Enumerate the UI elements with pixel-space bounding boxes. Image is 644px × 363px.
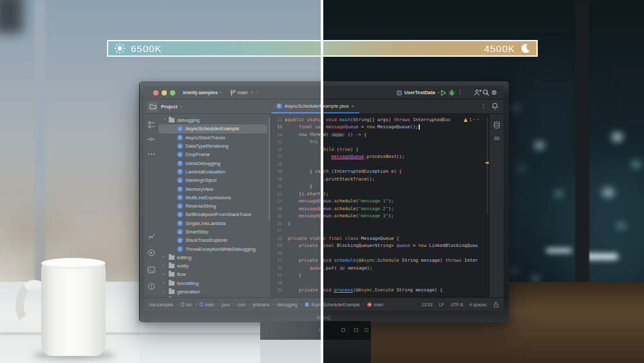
tree-item-lambdaevaluation[interactable]: CLambdaEvaluation	[158, 168, 270, 176]
tree-item-editing[interactable]: ›editing	[158, 253, 270, 262]
line-number[interactable]: 23	[271, 199, 288, 204]
line-number[interactable]: 30	[271, 251, 288, 256]
line-number[interactable]: 32	[271, 266, 288, 271]
tree-item-setbreakpointfromstacktrace[interactable]: CSetBreakpointFromStackTrace	[158, 210, 270, 219]
line-number[interactable]: 35	[271, 288, 288, 293]
line-number[interactable]: 28	[271, 236, 288, 241]
line-number[interactable]: 24	[271, 206, 288, 211]
breadcrumb-jetbrains[interactable]: jetbrains	[253, 302, 270, 307]
tree-item-memoryview[interactable]: CMemoryView	[158, 184, 270, 193]
tree-item-flow[interactable]: ›flow	[158, 270, 270, 279]
status-indent[interactable]: 4 spaces	[469, 302, 487, 307]
line-number[interactable]: 13	[271, 124, 288, 130]
tree-item-inlinedebugging[interactable]: CInlineDebugging	[158, 159, 270, 167]
osd-button[interactable]	[354, 328, 358, 332]
line-number[interactable]: 21	[271, 184, 288, 189]
chevron-icon[interactable]: ›	[162, 255, 166, 260]
profiler-tool-button[interactable]	[147, 231, 156, 240]
tree-item-entity[interactable]: ›entity	[158, 262, 270, 270]
status-line-ending[interactable]: LF	[439, 302, 444, 307]
tree-item-dropframe[interactable]: CDropFrame	[158, 150, 270, 159]
search-everywhere-button[interactable]	[482, 88, 490, 97]
line-number[interactable]: 26	[271, 221, 288, 226]
line-number[interactable]: 16	[271, 147, 288, 152]
unlock-icon[interactable]	[493, 301, 499, 308]
tree-item-singlelinelambda[interactable]: CSingleLineLambda	[158, 219, 270, 228]
line-number[interactable]: 29	[271, 243, 288, 248]
osd-button[interactable]	[341, 328, 345, 332]
tree-item-inspections[interactable]: ›inspections	[158, 296, 270, 297]
tree-item-throwexceptionwhiledebugging[interactable]: CThrowExceptionWhileDebugging	[158, 244, 270, 253]
chevron-down-icon[interactable]: ›	[475, 119, 480, 121]
line-number[interactable]: 20	[271, 177, 288, 182]
settings-button[interactable]: ⚙	[490, 88, 498, 97]
kebab-icon[interactable]: ⋮	[480, 104, 486, 110]
chevron-icon[interactable]: ›	[162, 119, 167, 123]
tree-item-generation[interactable]: ›generation	[158, 288, 270, 296]
line-number[interactable]: 19	[271, 169, 288, 174]
line-number[interactable]: 22	[271, 191, 288, 197]
structure-tool-button[interactable]	[147, 120, 156, 129]
bell-icon[interactable]	[491, 103, 498, 110]
line-number[interactable]: 33	[271, 273, 288, 278]
line-number[interactable]: 31	[271, 258, 288, 263]
editor-scrollbar[interactable]	[487, 117, 489, 214]
line-number[interactable]: 27	[271, 228, 288, 233]
inspections-widget[interactable]: 1››	[464, 117, 478, 122]
maximize-window-icon[interactable]	[170, 90, 175, 95]
osd-button[interactable]	[365, 328, 368, 332]
tree-scrollbar[interactable]	[269, 117, 270, 221]
breadcrumb-main[interactable]: main	[200, 302, 214, 307]
line-number[interactable]: 34	[271, 280, 288, 286]
tree-item-asyncstacktraces[interactable]: CAsyncStackTraces	[158, 133, 270, 142]
chevron-icon[interactable]: ›	[162, 280, 166, 286]
tree-item-datatyperendering[interactable]: CDataTypeRendering	[158, 142, 270, 150]
breadcrumb-main[interactable]: mmain	[367, 302, 383, 307]
line-number[interactable]: 25	[271, 213, 288, 219]
tab-asyncschedulerexample[interactable]: C AsyncSchedulerExample.java ×	[271, 99, 359, 113]
chevron-icon[interactable]: ›	[162, 289, 166, 295]
close-tab-icon[interactable]: ×	[351, 103, 354, 109]
line-number[interactable]: 15	[271, 139, 288, 144]
chevron-icon[interactable]: ›	[162, 272, 166, 277]
tree-item-reversestring[interactable]: CReverseString	[158, 202, 270, 210]
problems-tool-button[interactable]	[147, 282, 156, 291]
tree-item-multilineexpressions[interactable]: CMultiLineExpressions	[158, 193, 270, 202]
commit-tool-button[interactable]	[147, 135, 156, 144]
more-toolwindows-button[interactable]	[147, 150, 156, 159]
minimize-window-icon[interactable]	[162, 90, 167, 95]
tree-item-formatting[interactable]: ›formatting	[158, 279, 270, 288]
breadcrumb-asyncschedulerexample[interactable]: CAsyncSchedulerExample	[305, 302, 360, 307]
tree-item-markingobject[interactable]: CMarkingObject	[158, 176, 270, 184]
database-tool-button[interactable]	[492, 121, 501, 130]
tree-item-asyncschedulerexample[interactable]: CAsyncSchedulerExample	[158, 124, 267, 133]
debug-button[interactable]	[448, 88, 456, 97]
status-encoding[interactable]: UTF-8	[451, 302, 463, 307]
code-with-me-button[interactable]	[473, 88, 482, 97]
project-widget[interactable]: intellij-samples ›	[183, 90, 222, 95]
run-line-icon[interactable]	[285, 118, 288, 122]
line-number[interactable]: 18	[271, 162, 288, 167]
code-editor[interactable]: 12public static void main(String[] args)…	[271, 114, 489, 297]
breadcrumb-java[interactable]: java	[222, 302, 230, 307]
run-configuration-widget[interactable]: UserTestData ›	[397, 90, 439, 95]
tree-item-stacktraceexplorer[interactable]: CStackTraceExplorer	[158, 236, 270, 244]
chevron-icon[interactable]: ›	[162, 264, 166, 269]
line-number[interactable]: 14	[271, 132, 288, 137]
breadcrumb-com[interactable]: com	[237, 302, 245, 307]
line-number[interactable]: 17	[271, 154, 288, 159]
close-window-icon[interactable]	[153, 90, 158, 95]
vcs-branch-widget[interactable]: main ↗ ›	[230, 90, 257, 96]
project-panel-header[interactable]: Project ›	[144, 99, 271, 113]
breadcrumb-sva-samples[interactable]: sva-samples	[149, 302, 173, 307]
maven-tool-button[interactable]: m	[492, 133, 501, 142]
tree-item-smartstep[interactable]: CSmartStep	[158, 228, 270, 236]
breadcrumb-src[interactable]: src	[181, 302, 193, 307]
terminal-tool-button[interactable]	[147, 265, 156, 274]
project-tool-window-icon[interactable]	[147, 102, 158, 112]
tree-item-debugging[interactable]: ›debugging	[158, 116, 270, 124]
line-number[interactable]: 12	[271, 117, 288, 123]
services-tool-button[interactable]	[147, 248, 156, 257]
breadcrumb-debugging[interactable]: debugging	[277, 302, 298, 307]
more-actions-button[interactable]: ⋮	[456, 88, 464, 97]
